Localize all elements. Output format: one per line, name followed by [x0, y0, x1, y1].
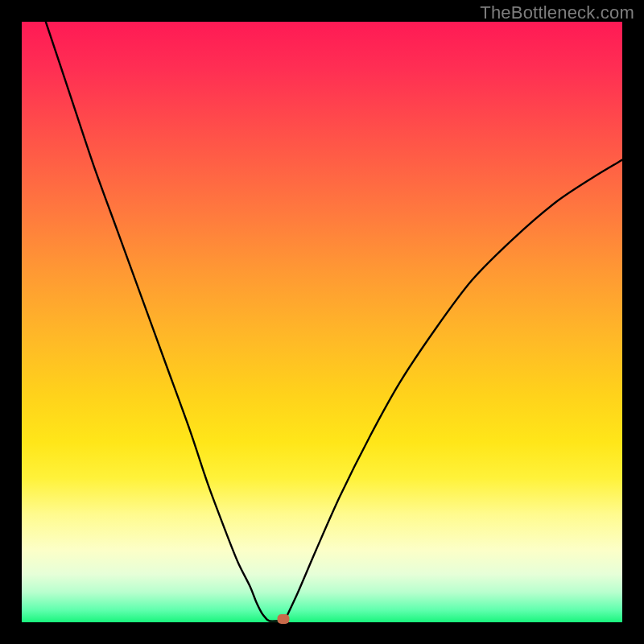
watermark-text: TheBottleneck.com — [480, 2, 634, 23]
minimum-marker — [277, 614, 289, 624]
plot-area — [22, 22, 622, 622]
curve-path — [46, 22, 622, 622]
bottleneck-curve — [22, 22, 622, 622]
chart-frame: TheBottleneck.com — [0, 0, 644, 644]
